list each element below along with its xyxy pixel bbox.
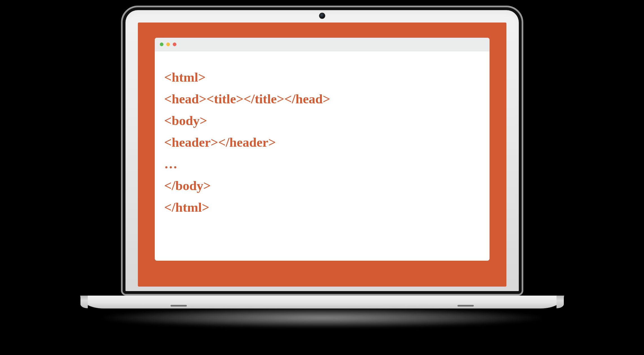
code-line: <head><title></title></head>: [164, 88, 480, 110]
laptop-screen: <html> <head><title></title></head> <bod…: [138, 23, 506, 287]
window-titlebar: [155, 38, 490, 51]
base-edge: [557, 296, 564, 308]
drop-shadow: [103, 308, 542, 328]
laptop-foot: [170, 305, 187, 307]
base-edge: [80, 296, 88, 308]
laptop-lid: <html> <head><title></title></head> <bod…: [121, 6, 523, 296]
code-line: …: [164, 153, 480, 175]
browser-window: <html> <head><title></title></head> <bod…: [155, 38, 490, 261]
code-viewport: <html> <head><title></title></head> <bod…: [155, 51, 490, 261]
window-control-zoom-icon[interactable]: [173, 43, 176, 46]
code-line: <html>: [164, 66, 480, 88]
code-line: </body>: [164, 175, 480, 197]
webcam-icon: [320, 14, 324, 18]
laptop-foot: [457, 305, 474, 307]
code-line: <body>: [164, 110, 480, 131]
code-line: <header></header>: [164, 131, 480, 153]
laptop-illustration: <html> <head><title></title></head> <bod…: [80, 6, 564, 328]
window-control-close-icon[interactable]: [160, 43, 163, 46]
code-line: </html>: [164, 197, 480, 218]
window-control-minimize-icon[interactable]: [166, 43, 170, 46]
laptop-base: [80, 296, 564, 309]
